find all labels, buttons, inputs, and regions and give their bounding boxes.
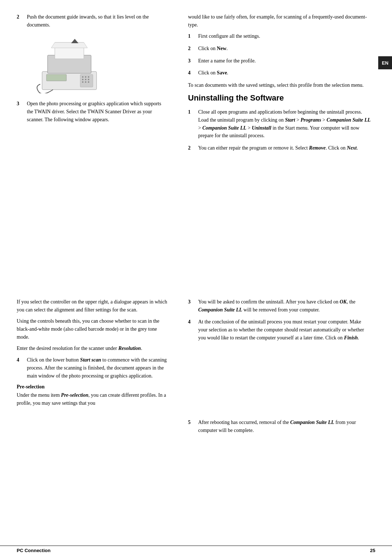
lower-left-step4: 4 Click on the lower button Start scan t… — [17, 356, 168, 380]
lower-right-step5: 5 After rebooting has occurred, removal … — [188, 419, 371, 434]
footer-left-text: PC Connection — [17, 548, 50, 553]
lower-right-step4-text: At the conclusion of the uninstall proce… — [198, 318, 371, 342]
step-3-text: Open the photo processing or graphics ap… — [27, 100, 168, 123]
lower-left-para2: Using the controls beneath this, you can… — [17, 317, 168, 341]
ur-step-1: 1 First configure all the settings. — [188, 32, 371, 40]
uninstall-step-2-text: You can either repair the program or rem… — [198, 144, 371, 152]
svg-point-7 — [88, 76, 89, 78]
svg-marker-15 — [71, 39, 78, 43]
svg-rect-14 — [46, 74, 66, 81]
step-3-num: 3 — [17, 100, 23, 123]
uninstall-step-1-text: Close all open programs and applications… — [198, 108, 371, 140]
lower-left-para1: If you select the controller on the uppe… — [17, 298, 168, 314]
lower-right-step3: 3 You will be asked to confirm the unins… — [188, 298, 371, 314]
ur-step-2: 2 Click on New. — [188, 45, 371, 53]
ok-bold: OK — [340, 299, 347, 305]
svg-point-5 — [82, 76, 83, 78]
ur-step-4-text: Click on Save. — [198, 69, 371, 77]
en-tab: EN — [378, 56, 392, 69]
left-column: 2 Push the document guide inwards, so th… — [0, 13, 178, 263]
svg-point-13 — [88, 81, 89, 83]
start-scan-bold: Start scan — [80, 357, 101, 363]
lower-right-column: 3 You will be asked to confirm the unins… — [178, 292, 392, 439]
svg-point-10 — [88, 79, 89, 80]
uninstall-step-2: 2 You can either repair the program or r… — [188, 144, 371, 152]
lower-right-step3-num: 3 — [188, 298, 195, 314]
resolution-bold: Resolu­tion — [118, 346, 141, 351]
lower-left-para3: Enter the desired resolution for the sca… — [17, 344, 168, 352]
ur-step-3-text: Enter a name for the profile. — [198, 57, 371, 65]
companion-suite-bold-5: Companion Suite LL — [290, 420, 334, 425]
page-spacer — [0, 439, 392, 546]
uninstall-step-1-num: 1 — [188, 108, 195, 140]
uninstall-step-2-num: 2 — [188, 144, 195, 152]
ur-step-2-bold: New — [217, 46, 226, 51]
lower-right-step4: 4 At the conclusion of the uninstall pro… — [188, 318, 371, 342]
preselection-heading: Pre-selection — [17, 384, 168, 390]
ur-step-4-bold: Save — [217, 70, 227, 76]
lower-content: If you select the controller on the uppe… — [0, 292, 392, 439]
uninstall-heading: Uninstalling the Software — [188, 93, 371, 103]
page: EN 2 Push the document guide inwards, so… — [0, 0, 392, 555]
svg-point-12 — [85, 81, 86, 83]
ur-step-4: 4 Click on Save. — [188, 69, 371, 77]
svg-point-6 — [85, 76, 86, 78]
step-2-text: Push the document guide inwards, so that… — [27, 13, 168, 29]
lower-left-column: If you select the controller on the uppe… — [0, 292, 178, 439]
step-2-num: 2 — [17, 13, 23, 29]
lower-left-step4-num: 4 — [17, 356, 23, 380]
lower-left-step4-text: Click on the lower button Start scan to … — [27, 356, 168, 380]
footer: PC Connection 25 — [0, 546, 392, 555]
step-3: 3 Open the photo processing or graphics … — [17, 100, 168, 123]
lower-right-step3-text: You will be asked to confirm the uninsta… — [198, 298, 371, 314]
ur-step-1-num: 1 — [188, 32, 195, 40]
scanner-image — [31, 35, 107, 93]
svg-point-8 — [82, 79, 83, 80]
preselection-para: Under the menu item Pre-selection, you c… — [17, 391, 168, 407]
lower-right-step4-num: 4 — [188, 318, 195, 342]
uninstall-step-1: 1 Close all open programs and applicatio… — [188, 108, 371, 140]
lower-right-step5-text: After rebooting has occurred, removal of… — [198, 419, 371, 434]
ur-step-3-num: 3 — [188, 57, 195, 65]
lower-right-step5-num: 5 — [188, 419, 195, 434]
svg-point-11 — [82, 81, 83, 83]
ur-step-3: 3 Enter a name for the profile. — [188, 57, 371, 65]
companion-suite-bold-3: Companion Suite LL — [198, 307, 242, 313]
svg-point-9 — [85, 79, 86, 80]
save-para: To scan documents with the saved setting… — [188, 81, 371, 89]
preselection-bold: Pre-selection — [61, 392, 88, 398]
finish-bold: Finish — [344, 335, 358, 340]
mid-spacer — [0, 263, 392, 292]
lower-right-spacer — [188, 346, 371, 419]
svg-rect-4 — [80, 74, 93, 87]
page-number: 25 — [370, 548, 375, 553]
ur-step-2-num: 2 — [188, 45, 195, 53]
ur-step-2-text: Click on New. — [198, 45, 371, 53]
upper-right-intro: would like to use fairly often, for exam… — [188, 13, 371, 29]
scanner-illustration — [31, 35, 107, 93]
right-column: would like to use fairly often, for exam… — [178, 13, 392, 263]
upper-content: 2 Push the document guide inwards, so th… — [0, 0, 392, 263]
step-2: 2 Push the document guide inwards, so th… — [17, 13, 168, 29]
svg-marker-3 — [51, 42, 87, 48]
ur-step-4-num: 4 — [188, 69, 195, 77]
ur-step-1-text: First configure all the settings. — [198, 32, 371, 40]
